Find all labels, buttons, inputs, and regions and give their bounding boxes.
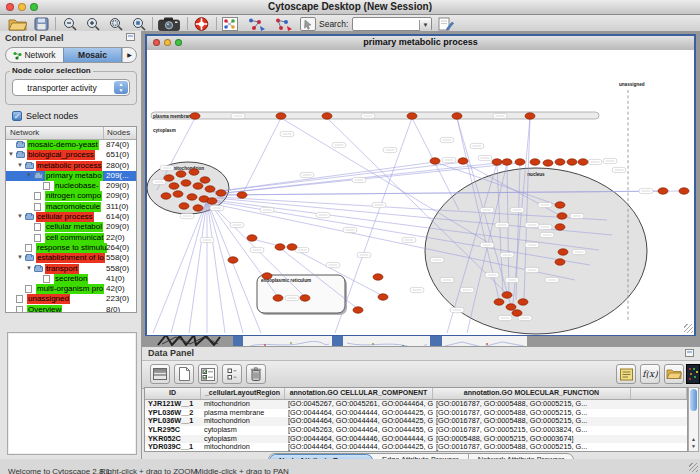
select-attributes-icon[interactable]: [150, 364, 170, 384]
attribute-table-header[interactable]: ID_cellularLayoutRegionannotation.GO CEL…: [145, 388, 687, 400]
snapshot-camera-icon[interactable]: [158, 17, 181, 31]
destroy-network-view-icon[interactable]: [273, 17, 293, 32]
table-cell[interactable]: YDR039C__1: [145, 443, 201, 452]
table-cell[interactable]: YPL036W__1: [145, 417, 201, 426]
tree-expand-arrow-icon[interactable]: ▼: [17, 162, 23, 168]
table-row[interactable]: YLR295Ccytoplasm[GO:0045263, GO:0044464,…: [145, 426, 687, 435]
tab-network[interactable]: Network: [6, 48, 63, 62]
table-cell[interactable]: [GO:0045263, GO:0044464, GO:0044455, G..…: [285, 426, 433, 435]
table-cell[interactable]: [GO:0016787, GO:0005488, GO:0005215, G..…: [433, 417, 631, 426]
tree-row[interactable]: cell communicat22(0): [6, 233, 136, 243]
table-cell[interactable]: YJR121W__1: [145, 400, 201, 409]
view-resize-grip[interactable]: [684, 324, 693, 333]
unselect-attributes-icon[interactable]: [222, 364, 242, 384]
tree-row[interactable]: secretion41(0): [6, 274, 136, 284]
tree-row[interactable]: ▼primary metabo209(...: [6, 171, 136, 181]
background-window-fragment[interactable]: [332, 335, 343, 346]
table-cell[interactable]: cytoplasm: [201, 435, 285, 444]
color-attribute-dropdown[interactable]: transporter activity ▲▼: [12, 79, 130, 96]
search-input[interactable]: ▼: [352, 17, 432, 31]
zoom-fit-icon[interactable]: [132, 17, 147, 31]
attribute-checklist-icon[interactable]: [198, 364, 218, 384]
network-view-titlebar[interactable]: primary metabolic process: [147, 36, 694, 51]
table-row[interactable]: YPL036W__2plasma membrane[GO:0044464, GO…: [145, 409, 687, 418]
attribute-matrix-icon[interactable]: [686, 364, 700, 384]
table-row[interactable]: YJR121W__1mitochondrion[GO:0045267, GO:0…: [145, 400, 687, 409]
tree-row[interactable]: ▼metabolic process280(0): [6, 161, 136, 171]
create-network-view-icon[interactable]: [246, 17, 266, 32]
select-nodes-checkbox[interactable]: ✓: [12, 111, 22, 121]
table-cell[interactable]: [GO:0005488, GO:0005215, GO:0003674]: [433, 435, 631, 444]
table-column-header[interactable]: [631, 388, 687, 399]
tree-row[interactable]: cellular metabol209(0): [6, 222, 136, 232]
table-cell[interactable]: [GO:0045267, GO:0045261, GO:0044464, G..…: [285, 400, 433, 409]
tree-row[interactable]: nitrogen compo209(0): [6, 191, 136, 201]
table-cell[interactable]: [GO:0016787, GO:0005488, GO:0005215, G..…: [433, 443, 631, 452]
label-attribute-icon[interactable]: [616, 364, 636, 384]
tree-expand-arrow-icon[interactable]: ▼: [8, 151, 14, 157]
tab-mosaic[interactable]: Mosaic: [63, 48, 122, 62]
table-cell[interactable]: YKR052C: [145, 435, 201, 444]
float-panel-icon[interactable]: [126, 33, 135, 41]
network-view-window[interactable]: primary metabolic process plasma membran…: [145, 34, 696, 336]
table-cell[interactable]: [GO:0044464, GO:0044444, GO:0044425, G..…: [285, 409, 433, 418]
tree-row[interactable]: response to stimulu264(0): [6, 243, 136, 253]
table-column-header[interactable]: annotation.GO CELLULAR_COMPONENT: [285, 388, 433, 399]
table-cell[interactable]: [GO:0016787, GO:0005488, GO:0005215, G..…: [433, 400, 631, 409]
table-cell[interactable]: mitochondrion: [201, 417, 285, 426]
tree-row[interactable]: unassigned223(0): [6, 294, 136, 304]
tree-row[interactable]: ▼cellular process614(0): [6, 212, 136, 222]
table-column-header[interactable]: annotation.GO MOLECULAR_FUNCTION: [433, 388, 631, 399]
table-cell[interactable]: YLR295C: [145, 426, 201, 435]
float-panel-icon[interactable]: [685, 349, 694, 357]
network-canvas[interactable]: plasma membranecytoplasmmitochondrionnuc…: [147, 50, 694, 335]
zoom-in-icon[interactable]: [86, 17, 101, 31]
birds-eye-view[interactable]: [7, 332, 137, 455]
attribute-editor-icon[interactable]: [438, 17, 454, 31]
table-cell[interactable]: mitochondrion: [201, 443, 285, 452]
delete-attribute-trash-icon[interactable]: [246, 364, 266, 384]
help-lifering-icon[interactable]: [194, 17, 209, 32]
tree-row[interactable]: macromolecule311(0): [6, 202, 136, 212]
tree-row[interactable]: Overview8(0): [6, 305, 136, 313]
search-dropdown-arrow-icon[interactable]: ▼: [419, 20, 431, 31]
vizmapper-icon[interactable]: [222, 17, 238, 31]
table-column-header[interactable]: ID: [145, 388, 201, 399]
table-row[interactable]: YKR052Ccytoplasm[GO:0044464, GO:0044446,…: [145, 435, 687, 444]
tree-expand-arrow-icon[interactable]: ▼: [17, 213, 23, 219]
table-cell[interactable]: cytoplasm: [201, 426, 285, 435]
window-resize-grip[interactable]: [689, 463, 698, 472]
table-cell[interactable]: mitochondrion: [201, 400, 285, 409]
table-cell[interactable]: [GO:0044464, GO:0044444, GO:0044425, G..…: [285, 443, 433, 452]
attribute-table[interactable]: ID_cellularLayoutRegionannotation.GO CEL…: [144, 387, 688, 452]
tree-expand-arrow-icon[interactable]: ▼: [17, 254, 23, 260]
table-cell[interactable]: [GO:0016787, GO:0005488, GO:0005215, G..…: [433, 409, 631, 418]
tree-row[interactable]: ▼establishment of lo558(0): [6, 253, 136, 263]
table-row[interactable]: YDR039C__1mitochondrion[GO:0044464, GO:0…: [145, 443, 687, 452]
scrollbar-arrows-icon[interactable]: ▲▼: [689, 436, 698, 450]
table-cell[interactable]: [GO:0044464, GO:0044444, GO:0044425, G..…: [285, 417, 433, 426]
table-cell[interactable]: [GO:0016787, GO:0005215, GO:0003824, G..…: [433, 426, 631, 435]
import-attributes-folder-icon[interactable]: [664, 364, 684, 384]
table-cell[interactable]: YPL036W__2: [145, 409, 201, 418]
tree-expand-arrow-icon[interactable]: ▼: [26, 172, 32, 178]
table-cell[interactable]: [GO:0044464, GO:0044446, GO:0044444, G..…: [285, 435, 433, 444]
zoom-out-icon[interactable]: [63, 17, 78, 31]
background-window-fragment[interactable]: [430, 335, 442, 346]
tree-row[interactable]: nucleobase-209(0): [6, 181, 136, 191]
open-session-icon[interactable]: [8, 17, 27, 31]
table-row[interactable]: YPL036W__1mitochondrion[GO:0044464, GO:0…: [145, 417, 687, 426]
background-window-fragment[interactable]: [233, 335, 243, 346]
table-scrollbar[interactable]: ▲▼: [688, 387, 699, 452]
tree-row[interactable]: ▼biological_process651(0): [6, 150, 136, 160]
tab-overflow-arrow-icon[interactable]: ▶: [122, 48, 136, 62]
tree-row[interactable]: multi-organism pro42(0): [6, 284, 136, 294]
table-cell[interactable]: plasma membrane: [201, 409, 285, 418]
tree-row[interactable]: ▼transport558(0): [6, 264, 136, 274]
new-attribute-icon[interactable]: [174, 364, 194, 384]
table-column-header[interactable]: _cellularLayoutRegion: [201, 388, 285, 399]
scrollbar-thumb[interactable]: [690, 389, 697, 411]
annotation-tool-icon[interactable]: [300, 17, 316, 31]
tree-expand-arrow-icon[interactable]: ▼: [26, 265, 32, 271]
function-builder-icon[interactable]: f(x): [640, 364, 660, 384]
